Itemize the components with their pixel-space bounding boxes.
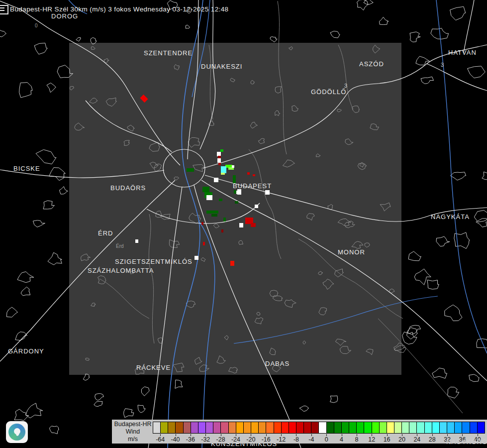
legend-color-cell	[274, 422, 281, 433]
legend-tick-label: -20	[246, 436, 255, 443]
legend-color-cell	[161, 422, 168, 433]
radar-echo	[239, 223, 243, 227]
settlement-outline	[124, 409, 134, 418]
legend-color-cell	[394, 422, 401, 433]
radar-echo	[219, 199, 222, 201]
legend-color-cell	[409, 422, 416, 433]
legend-color-cell	[198, 422, 205, 433]
radar-echo	[232, 165, 234, 168]
radar-echo	[221, 166, 226, 173]
legend-color-cell	[357, 422, 364, 433]
radar-echo	[211, 214, 217, 217]
settlement-outline	[476, 219, 487, 227]
settlement-outline	[445, 305, 462, 321]
radar-echo	[255, 205, 258, 208]
settlement-outline	[414, 269, 431, 285]
legend-color-cell	[319, 422, 326, 433]
legend-color-cell	[251, 422, 258, 433]
color-scale-legend: Budapest-HR Wind m/s -64-40-36-32-28-24-…	[112, 420, 487, 444]
settlement-outline	[330, 396, 338, 403]
legend-color-cell	[432, 422, 439, 433]
settlement-outline	[49, 426, 59, 434]
radar-echo	[206, 211, 218, 214]
legend-color-cell	[402, 422, 409, 433]
city-label: SZIGETSZENTMIKLÓS	[115, 258, 193, 265]
settlement-outline	[59, 187, 68, 194]
legend-color-cell	[470, 422, 477, 433]
legend-tick-label: -12	[277, 436, 286, 443]
legend-product: Budapest-HR	[113, 421, 153, 428]
city-label: SZENTENDRE	[144, 49, 193, 57]
legend-color-cell	[184, 422, 191, 433]
legend-color-cell	[349, 422, 356, 433]
settlement-outline	[47, 83, 56, 93]
city-label: GÖDÖLLŐ	[311, 88, 346, 96]
legend-tick-label: 0	[325, 436, 328, 443]
settlement-outline	[410, 32, 420, 42]
legend-tick-label: 24	[413, 436, 420, 443]
settlement-outline	[175, 380, 183, 388]
city-label: MONOR	[338, 248, 365, 256]
swirl-icon	[8, 424, 25, 441]
legend-caption: Budapest-HR Wind m/s	[113, 421, 153, 443]
city-label: ASZÓD	[359, 60, 384, 68]
settlement-outline	[299, 406, 309, 411]
settlement-outline	[83, 374, 90, 380]
city-label: DOROG	[51, 12, 78, 20]
legend-quantity: Wind	[113, 428, 153, 436]
radar-echo	[135, 239, 138, 243]
legend-color-cell	[447, 422, 454, 433]
legend-tick-label: -4	[308, 436, 314, 443]
radar-echo	[223, 218, 226, 222]
legend-tick-label: -40	[171, 436, 180, 443]
radar-echo	[202, 187, 209, 192]
color-scale-bar	[153, 422, 485, 434]
legend-color-cell	[153, 422, 160, 433]
legend-color-cell	[266, 422, 273, 433]
radar-echo	[230, 261, 234, 266]
legend-tick-label: 20	[398, 436, 405, 443]
legend-color-cell	[311, 422, 318, 433]
settlement-outline	[186, 25, 190, 28]
road-number-label: 0	[35, 23, 38, 28]
legend-color-cell	[372, 422, 379, 433]
legend-color-cell	[342, 422, 349, 433]
city-label: BUDAPEST	[233, 182, 272, 190]
legend-color-cell	[455, 422, 462, 433]
legend-tick-label: -32	[201, 436, 210, 443]
settlement-outline	[0, 29, 6, 37]
radar-echo	[218, 163, 221, 165]
settlement-outline	[14, 409, 29, 421]
settlement-outline	[95, 394, 104, 401]
road-number-label: 3	[344, 83, 347, 89]
radar-echo	[251, 223, 256, 227]
settlement-outline	[36, 150, 56, 164]
legend-color-cell	[425, 422, 432, 433]
road-line	[464, 0, 474, 53]
radar-echo	[217, 158, 221, 163]
radar-echo	[201, 222, 203, 225]
settlement-outline	[451, 172, 466, 180]
settlement-outline	[436, 236, 450, 246]
radar-echo	[221, 173, 225, 175]
legend-color-cell	[304, 422, 311, 433]
radar-echo	[220, 149, 223, 152]
legend-tick-label: 28	[429, 436, 436, 443]
legend-unit: m/s	[113, 436, 153, 443]
city-label: DABAS	[265, 360, 290, 367]
legend-color-cell	[478, 422, 485, 433]
settlement-outline	[357, 0, 368, 10]
settlement-outline	[380, 17, 389, 24]
hungaromet-logo[interactable]	[6, 421, 28, 443]
legend-color-cell	[387, 422, 394, 433]
settlement-outline	[450, 6, 466, 20]
radar-echo	[253, 174, 255, 176]
legend-tick-label: -36	[186, 436, 195, 443]
legend-tick-label: 16	[384, 436, 390, 443]
settlement-outline	[21, 287, 30, 296]
road-number-label: 3	[441, 62, 444, 68]
legend-color-cell	[206, 422, 213, 433]
city-label: RÁCKEVE	[136, 364, 171, 371]
radar-echo	[187, 168, 194, 172]
settlement-outline	[141, 387, 149, 396]
